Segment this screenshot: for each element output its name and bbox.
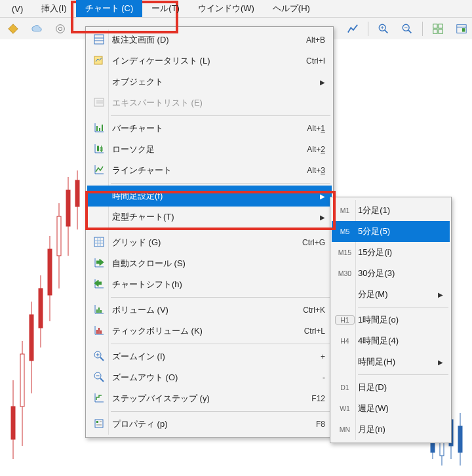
svg-rect-40 xyxy=(458,426,462,452)
diamond-gold-icon[interactable] xyxy=(3,19,24,39)
submenu-item-m15[interactable]: M1515分足(i) xyxy=(332,242,450,263)
svg-rect-44 xyxy=(94,56,102,64)
menu-item-zoom-in[interactable]: ズームイン (I) + xyxy=(87,346,332,367)
tickvolume-icon xyxy=(93,325,105,338)
expert-list-icon xyxy=(93,96,105,110)
svg-rect-90 xyxy=(96,421,98,423)
svg-line-81 xyxy=(100,357,104,361)
menu-separator xyxy=(358,307,448,307)
menu-item-objects[interactable]: オブジェクト ▶ xyxy=(87,71,332,92)
chevron-right-icon: ▶ xyxy=(320,79,325,86)
line-chart2-icon xyxy=(93,164,105,178)
bar-chart-icon xyxy=(93,122,105,136)
menu-item-zoom-out[interactable]: ズームアウト (O) - xyxy=(87,367,332,388)
svg-rect-16 xyxy=(462,28,465,31)
svg-marker-0 xyxy=(9,24,18,33)
menu-help[interactable]: ヘルプ(H) xyxy=(264,0,319,17)
submenu-item-w1[interactable]: W1週足(W) xyxy=(332,398,450,419)
menu-item-line-chart[interactable]: ラインチャート Alt+3 xyxy=(87,160,332,181)
menu-item-chartshift[interactable]: チャートシフト(h) xyxy=(87,274,332,295)
menu-item-bar-chart[interactable]: バーチャート Alt+1 xyxy=(87,118,332,139)
svg-line-85 xyxy=(100,378,104,382)
menu-item-tickvolume[interactable]: ティックボリューム (K) Ctrl+L xyxy=(87,321,332,342)
svg-point-1 xyxy=(56,25,65,33)
zoomin-icon xyxy=(93,350,105,364)
submenu-item-m5[interactable]: M55分足(5) xyxy=(332,221,450,242)
zoom-in-toolbar-icon[interactable] xyxy=(373,19,394,39)
menu-separator xyxy=(358,374,448,375)
submenu-item-m30[interactable]: M3030分足(3) xyxy=(332,263,450,284)
svg-line-8 xyxy=(408,30,412,33)
svg-rect-11 xyxy=(439,24,442,28)
chartshift-icon xyxy=(93,278,105,292)
menu-item-properties[interactable]: プロパティ (p) F8 xyxy=(87,414,332,435)
submenu-item-hours[interactable]: 時間足(H)▶ xyxy=(332,351,450,372)
menu-separator xyxy=(111,115,330,116)
menu-tools[interactable]: ール(T) xyxy=(142,0,189,17)
submenu-item-h1[interactable]: H11時間足(o) xyxy=(332,309,450,330)
menu-separator xyxy=(111,344,330,344)
submenu-item-minutes[interactable]: 分足(M)▶ xyxy=(332,284,450,305)
line-chart-toolbar-icon[interactable] xyxy=(342,19,363,39)
chart-dropdown: 板注文画面 (D) Alt+B インディケータリスト (L) Ctrl+I オブ… xyxy=(85,26,334,438)
svg-rect-32 xyxy=(75,180,79,207)
target-icon[interactable] xyxy=(50,19,71,39)
toolbar-separator xyxy=(422,22,423,36)
menu-item-autoscroll[interactable]: 自動スクロール (S) xyxy=(87,253,332,274)
menu-separator xyxy=(111,229,330,230)
candlestick-icon xyxy=(93,143,105,157)
svg-rect-78 xyxy=(98,328,100,334)
menu-separator xyxy=(111,411,330,412)
chevron-right-icon: ▶ xyxy=(320,214,325,221)
chevron-right-icon: ▶ xyxy=(438,291,443,298)
menu-item-step[interactable]: ステップバイステップ (y) F12 xyxy=(87,388,332,409)
menu-item-order-window[interactable]: 板注文画面 (D) Alt+B xyxy=(87,30,332,50)
panel-toolbar-icon[interactable] xyxy=(451,19,472,39)
svg-point-2 xyxy=(58,27,62,30)
menu-item-template[interactable]: 定型チャート(T) ▶ xyxy=(87,207,332,228)
svg-rect-24 xyxy=(39,288,43,328)
menu-view[interactable]: (V) xyxy=(3,0,32,17)
menu-item-grid[interactable]: グリッド (G) Ctrl+G xyxy=(87,232,332,253)
svg-rect-18 xyxy=(11,407,15,439)
chevron-right-icon: ▶ xyxy=(438,359,443,366)
menu-item-timeframe[interactable]: 時間足設定(f) ▶ xyxy=(87,186,332,207)
svg-rect-72 xyxy=(96,309,98,313)
zoomout-icon xyxy=(93,371,105,385)
menu-chart[interactable]: チャート (C) xyxy=(76,0,143,17)
submenu-item-m1[interactable]: M11分足(1) xyxy=(332,200,450,221)
menu-item-volume[interactable]: ボリューム (V) Ctrl+K xyxy=(87,300,332,321)
grid-icon xyxy=(93,236,105,250)
tiles-toolbar-icon[interactable] xyxy=(427,19,448,39)
svg-rect-20 xyxy=(20,354,24,407)
svg-rect-73 xyxy=(98,307,100,313)
volume-icon xyxy=(93,304,105,317)
menu-separator xyxy=(111,297,330,298)
svg-rect-74 xyxy=(100,310,102,313)
menu-window[interactable]: ウインドウ(W) xyxy=(189,0,264,17)
svg-rect-10 xyxy=(433,24,437,28)
svg-rect-89 xyxy=(95,420,103,427)
menu-insert[interactable]: 挿入(I) xyxy=(32,0,75,17)
chevron-right-icon: ▶ xyxy=(320,193,325,200)
svg-rect-45 xyxy=(94,98,104,106)
svg-rect-12 xyxy=(433,30,437,33)
cloud-icon[interactable] xyxy=(26,19,47,39)
svg-rect-41 xyxy=(94,35,104,44)
menu-separator xyxy=(111,183,330,184)
svg-rect-61 xyxy=(94,237,104,247)
submenu-item-mn[interactable]: MN月足(n) xyxy=(332,419,450,440)
submenu-item-h4[interactable]: H44時間足(4) xyxy=(332,330,450,351)
svg-rect-79 xyxy=(100,330,102,334)
submenu-item-d1[interactable]: D1日足(D) xyxy=(332,377,450,398)
indicator-list-icon xyxy=(93,54,105,68)
menu-item-indicator-list[interactable]: インディケータリスト (L) Ctrl+I xyxy=(87,50,332,71)
menu-item-candlestick[interactable]: ローソク足 Alt+2 xyxy=(87,139,332,160)
menu-item-expert-list: エキスパートリスト (E) xyxy=(87,92,332,113)
svg-rect-13 xyxy=(439,30,442,33)
svg-rect-30 xyxy=(66,190,70,226)
menubar: (V) 挿入(I) チャート (C) ール(T) ウインドウ(W) ヘルプ(H) xyxy=(0,0,472,18)
svg-rect-77 xyxy=(96,330,98,334)
zoom-out-toolbar-icon[interactable] xyxy=(397,19,418,39)
svg-rect-22 xyxy=(30,315,33,361)
